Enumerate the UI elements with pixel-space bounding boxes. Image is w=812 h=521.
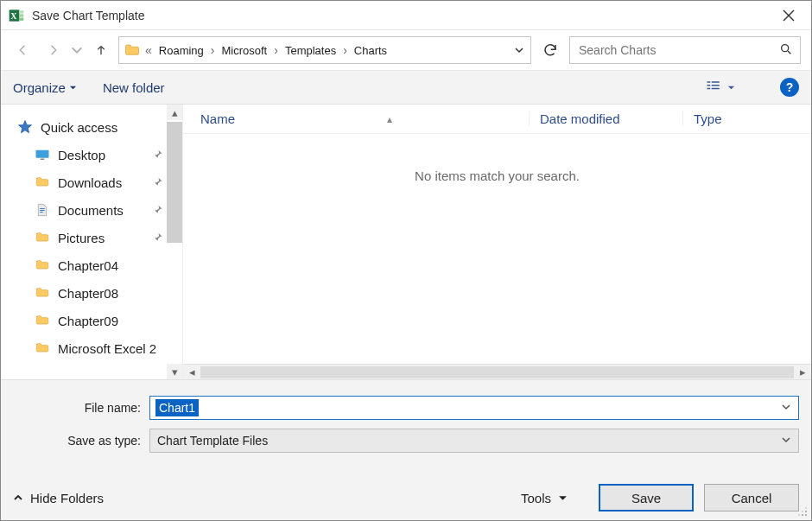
sidebar-item-downloads[interactable]: Downloads (11, 168, 181, 196)
resize-grip-icon[interactable] (797, 506, 808, 517)
search-input[interactable] (577, 42, 779, 58)
svg-point-22 (805, 511, 807, 512)
sidebar-item-excel-folder[interactable]: Microsoft Excel 2 (11, 334, 181, 362)
file-list-area: Name ▴ Date modified Type No items match… (182, 105, 811, 379)
view-options[interactable] (705, 79, 735, 95)
svg-rect-13 (712, 85, 720, 86)
navigation-row: « Roaming › Microsoft › Templates › Char… (1, 30, 811, 70)
svg-text:X: X (10, 11, 17, 21)
breadcrumb-bar[interactable]: « Roaming › Microsoft › Templates › Char… (118, 36, 531, 64)
help-button[interactable]: ? (780, 78, 799, 97)
chevron-right-icon[interactable]: › (209, 43, 217, 57)
folder-icon (34, 340, 51, 357)
sidebar-quick-access[interactable]: Quick access (11, 113, 181, 141)
chevron-down-icon[interactable] (781, 402, 791, 415)
savetype-value: Chart Template Files (157, 434, 268, 448)
pin-icon (152, 148, 163, 162)
sidebar-item-pictures[interactable]: Pictures (11, 224, 181, 251)
bottom-panel: File name: Chart1 Save as type: Chart Te… (1, 379, 811, 520)
search-box[interactable] (569, 36, 801, 64)
title-bar: X Save Chart Template (1, 1, 811, 30)
cancel-button[interactable]: Cancel (704, 484, 799, 511)
svg-point-24 (802, 511, 803, 512)
new-folder-button[interactable]: New folder (103, 80, 165, 95)
chevron-down-icon (69, 84, 77, 92)
scrollbar-thumb[interactable] (167, 122, 182, 243)
svg-rect-4 (19, 17, 23, 20)
column-date[interactable]: Date modified (529, 111, 682, 126)
column-type-label: Type (694, 111, 722, 126)
sidebar-item-label: Microsoft Excel 2 (58, 341, 156, 356)
sidebar-item-chapter09[interactable]: Chapter09 (11, 307, 181, 334)
breadcrumb-dropdown[interactable] (511, 45, 527, 55)
organize-menu[interactable]: Organize (13, 80, 77, 95)
breadcrumb-overflow[interactable]: « (143, 43, 154, 57)
up-button[interactable] (89, 38, 113, 62)
svg-rect-17 (40, 208, 44, 209)
new-folder-label: New folder (103, 80, 165, 95)
recent-locations-dropdown[interactable] (70, 38, 84, 62)
document-icon (34, 201, 51, 219)
save-button[interactable]: Save (599, 484, 694, 511)
savetype-label: Save as type: (13, 434, 149, 448)
savetype-combobox[interactable]: Chart Template Files (149, 429, 799, 453)
column-name-label: Name (200, 111, 235, 126)
scroll-left-arrow[interactable]: ◂ (183, 365, 200, 378)
column-name[interactable]: Name ▴ (200, 111, 529, 126)
svg-rect-11 (707, 88, 711, 90)
scroll-track[interactable] (200, 366, 794, 378)
empty-state: No items match your search. (183, 134, 811, 364)
tools-label: Tools (521, 491, 551, 505)
chevron-down-icon[interactable] (781, 434, 791, 448)
svg-rect-16 (41, 159, 45, 161)
back-button[interactable] (11, 38, 35, 62)
breadcrumb-item[interactable]: Roaming (155, 44, 207, 57)
chevron-down-icon (727, 84, 735, 92)
hide-folders-button[interactable]: Hide Folders (13, 491, 104, 505)
sidebar-item-label: Desktop (58, 148, 105, 162)
tools-menu[interactable]: Tools (521, 491, 568, 505)
star-icon (16, 118, 34, 136)
filename-label: File name: (13, 401, 149, 415)
chevron-right-icon[interactable]: › (272, 43, 280, 57)
svg-rect-19 (40, 212, 42, 213)
close-button[interactable] (771, 1, 806, 30)
filename-value[interactable]: Chart1 (155, 399, 199, 416)
search-icon[interactable] (779, 42, 793, 59)
breadcrumb-item[interactable]: Microsoft (219, 44, 271, 57)
forward-button[interactable] (41, 38, 65, 62)
svg-rect-9 (707, 81, 711, 83)
sidebar-item-chapter04[interactable]: Chapter04 (11, 251, 181, 279)
svg-rect-14 (712, 88, 720, 90)
sidebar-item-label: Chapter04 (58, 258, 118, 273)
sidebar-item-desktop[interactable]: Desktop (11, 141, 181, 168)
svg-point-20 (805, 514, 807, 516)
column-type[interactable]: Type (682, 111, 811, 126)
sidebar-item-label: Pictures (58, 231, 105, 245)
scroll-down-arrow[interactable]: ▾ (167, 364, 182, 379)
organize-label: Organize (13, 80, 66, 95)
horizontal-scrollbar[interactable]: ◂ ▸ (183, 364, 811, 379)
scroll-right-arrow[interactable]: ▸ (794, 365, 811, 378)
sidebar-item-documents[interactable]: Documents (11, 196, 181, 224)
sidebar-item-chapter08[interactable]: Chapter08 (11, 279, 181, 307)
svg-point-25 (805, 507, 807, 509)
cancel-label: Cancel (732, 491, 772, 505)
pin-icon (152, 203, 163, 218)
chevron-down-icon (558, 493, 568, 503)
filename-combobox[interactable]: Chart1 (149, 396, 799, 420)
svg-point-23 (798, 514, 800, 516)
empty-message: No items match your search. (415, 168, 580, 183)
chevron-right-icon[interactable]: › (341, 43, 349, 57)
folder-icon (123, 41, 142, 60)
quick-access-label: Quick access (41, 120, 117, 135)
folder-icon (34, 257, 51, 274)
scroll-up-arrow[interactable]: ▴ (167, 105, 182, 120)
refresh-button[interactable] (536, 36, 564, 64)
breadcrumb-item[interactable]: Templates (282, 44, 339, 57)
toolbar: Organize New folder ? (1, 70, 811, 105)
list-view-icon (705, 79, 722, 95)
breadcrumb-item[interactable]: Charts (351, 44, 390, 57)
pin-icon (152, 175, 163, 190)
desktop-icon (34, 146, 51, 163)
